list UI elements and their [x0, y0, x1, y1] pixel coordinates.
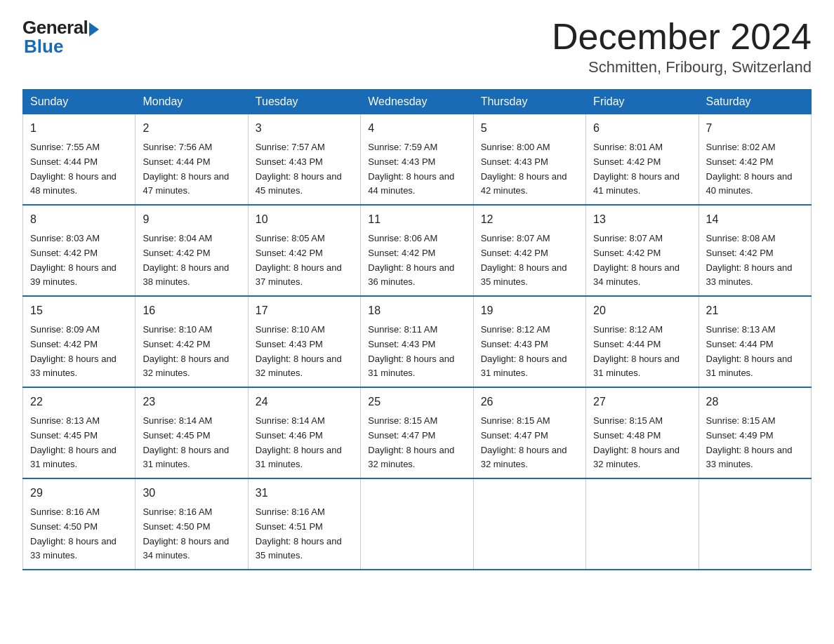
day-cell: 20Sunrise: 8:12 AMSunset: 4:44 PMDayligh… [586, 296, 699, 387]
logo: General Blue [22, 17, 99, 58]
day-number: 21 [706, 302, 804, 320]
title-block: December 2024 Schmitten, Fribourg, Switz… [552, 17, 812, 76]
day-info: Sunrise: 8:07 AMSunset: 4:42 PMDaylight:… [593, 232, 691, 290]
day-cell: 13Sunrise: 8:07 AMSunset: 4:42 PMDayligh… [586, 205, 699, 296]
day-info: Sunrise: 7:57 AMSunset: 4:43 PMDaylight:… [256, 140, 353, 199]
day-cell: 2Sunrise: 7:56 AMSunset: 4:44 PMDaylight… [135, 114, 248, 205]
calendar-table: SundayMondayTuesdayWednesdayThursdayFrid… [22, 89, 812, 570]
day-cell: 15Sunrise: 8:09 AMSunset: 4:42 PMDayligh… [23, 296, 135, 387]
day-cell: 11Sunrise: 8:06 AMSunset: 4:42 PMDayligh… [361, 205, 473, 296]
col-header-wednesday: Wednesday [361, 90, 473, 114]
day-number: 27 [593, 394, 691, 411]
day-info: Sunrise: 8:07 AMSunset: 4:42 PMDaylight:… [481, 232, 578, 290]
col-header-tuesday: Tuesday [248, 90, 360, 114]
col-header-friday: Friday [586, 90, 699, 114]
week-row-1: 1Sunrise: 7:55 AMSunset: 4:44 PMDaylight… [23, 114, 812, 205]
day-cell: 6Sunrise: 8:01 AMSunset: 4:42 PMDaylight… [586, 114, 699, 205]
day-number: 10 [256, 211, 353, 229]
day-number: 16 [143, 302, 240, 320]
week-row-3: 15Sunrise: 8:09 AMSunset: 4:42 PMDayligh… [23, 296, 812, 387]
day-info: Sunrise: 8:13 AMSunset: 4:44 PMDaylight:… [706, 323, 804, 381]
day-number: 26 [481, 394, 578, 411]
day-info: Sunrise: 8:16 AMSunset: 4:50 PMDaylight:… [30, 505, 128, 563]
day-number: 6 [593, 120, 691, 137]
day-info: Sunrise: 8:02 AMSunset: 4:42 PMDaylight:… [706, 140, 804, 199]
day-number: 5 [481, 120, 578, 137]
day-cell [699, 478, 811, 570]
day-number: 14 [706, 211, 804, 229]
day-cell: 19Sunrise: 8:12 AMSunset: 4:43 PMDayligh… [473, 296, 585, 387]
day-cell: 16Sunrise: 8:10 AMSunset: 4:42 PMDayligh… [135, 296, 248, 387]
day-number: 1 [30, 120, 128, 137]
day-cell: 29Sunrise: 8:16 AMSunset: 4:50 PMDayligh… [23, 478, 135, 570]
day-cell: 1Sunrise: 7:55 AMSunset: 4:44 PMDaylight… [23, 114, 135, 205]
day-number: 28 [706, 394, 804, 411]
day-number: 24 [256, 394, 353, 411]
day-cell: 22Sunrise: 8:13 AMSunset: 4:45 PMDayligh… [23, 387, 135, 478]
day-cell: 30Sunrise: 8:16 AMSunset: 4:50 PMDayligh… [135, 478, 248, 570]
day-number: 25 [368, 394, 465, 411]
day-info: Sunrise: 8:01 AMSunset: 4:42 PMDaylight:… [593, 140, 691, 199]
day-info: Sunrise: 8:16 AMSunset: 4:50 PMDaylight:… [143, 505, 240, 563]
day-info: Sunrise: 8:10 AMSunset: 4:42 PMDaylight:… [143, 323, 240, 381]
day-info: Sunrise: 8:08 AMSunset: 4:42 PMDaylight:… [706, 232, 804, 290]
day-number: 13 [593, 211, 691, 229]
day-info: Sunrise: 7:59 AMSunset: 4:43 PMDaylight:… [368, 140, 465, 199]
col-header-thursday: Thursday [473, 90, 585, 114]
day-info: Sunrise: 7:56 AMSunset: 4:44 PMDaylight:… [143, 140, 240, 199]
day-cell: 28Sunrise: 8:15 AMSunset: 4:49 PMDayligh… [699, 387, 811, 478]
day-info: Sunrise: 8:14 AMSunset: 4:46 PMDaylight:… [256, 414, 353, 472]
day-info: Sunrise: 8:15 AMSunset: 4:48 PMDaylight:… [593, 414, 691, 472]
day-number: 17 [256, 302, 353, 320]
day-number: 20 [593, 302, 691, 320]
day-number: 11 [368, 211, 465, 229]
day-cell: 26Sunrise: 8:15 AMSunset: 4:47 PMDayligh… [473, 387, 585, 478]
day-info: Sunrise: 8:15 AMSunset: 4:47 PMDaylight:… [368, 414, 465, 472]
day-cell: 8Sunrise: 8:03 AMSunset: 4:42 PMDaylight… [23, 205, 135, 296]
day-number: 31 [256, 485, 353, 502]
day-cell: 9Sunrise: 8:04 AMSunset: 4:42 PMDaylight… [135, 205, 248, 296]
month-title: December 2024 [552, 17, 812, 57]
week-row-2: 8Sunrise: 8:03 AMSunset: 4:42 PMDaylight… [23, 205, 812, 296]
day-info: Sunrise: 8:16 AMSunset: 4:51 PMDaylight:… [256, 505, 353, 563]
day-number: 3 [256, 120, 353, 137]
day-number: 30 [143, 485, 240, 502]
day-number: 7 [706, 120, 804, 137]
day-cell: 23Sunrise: 8:14 AMSunset: 4:45 PMDayligh… [135, 387, 248, 478]
day-cell: 12Sunrise: 8:07 AMSunset: 4:42 PMDayligh… [473, 205, 585, 296]
day-number: 23 [143, 394, 240, 411]
logo-blue-text: Blue [24, 36, 63, 58]
week-row-5: 29Sunrise: 8:16 AMSunset: 4:50 PMDayligh… [23, 478, 812, 570]
day-cell: 4Sunrise: 7:59 AMSunset: 4:43 PMDaylight… [361, 114, 473, 205]
page-header: General Blue December 2024 Schmitten, Fr… [22, 17, 812, 76]
day-number: 8 [30, 211, 128, 229]
day-info: Sunrise: 8:15 AMSunset: 4:47 PMDaylight:… [481, 414, 578, 472]
day-cell: 27Sunrise: 8:15 AMSunset: 4:48 PMDayligh… [586, 387, 699, 478]
header-row: SundayMondayTuesdayWednesdayThursdayFrid… [23, 90, 812, 114]
day-cell [586, 478, 699, 570]
day-cell: 14Sunrise: 8:08 AMSunset: 4:42 PMDayligh… [699, 205, 811, 296]
day-info: Sunrise: 7:55 AMSunset: 4:44 PMDaylight:… [30, 140, 128, 199]
day-cell: 10Sunrise: 8:05 AMSunset: 4:42 PMDayligh… [248, 205, 360, 296]
week-row-4: 22Sunrise: 8:13 AMSunset: 4:45 PMDayligh… [23, 387, 812, 478]
day-number: 9 [143, 211, 240, 229]
day-info: Sunrise: 8:14 AMSunset: 4:45 PMDaylight:… [143, 414, 240, 472]
day-info: Sunrise: 8:04 AMSunset: 4:42 PMDaylight:… [143, 232, 240, 290]
day-cell: 21Sunrise: 8:13 AMSunset: 4:44 PMDayligh… [699, 296, 811, 387]
day-number: 18 [368, 302, 465, 320]
day-info: Sunrise: 8:12 AMSunset: 4:43 PMDaylight:… [481, 323, 578, 381]
day-cell: 5Sunrise: 8:00 AMSunset: 4:43 PMDaylight… [473, 114, 585, 205]
day-number: 12 [481, 211, 578, 229]
location-subtitle: Schmitten, Fribourg, Switzerland [552, 58, 812, 76]
day-cell: 25Sunrise: 8:15 AMSunset: 4:47 PMDayligh… [361, 387, 473, 478]
day-number: 22 [30, 394, 128, 411]
day-number: 2 [143, 120, 240, 137]
day-cell [473, 478, 585, 570]
day-info: Sunrise: 8:06 AMSunset: 4:42 PMDaylight:… [368, 232, 465, 290]
day-info: Sunrise: 8:10 AMSunset: 4:43 PMDaylight:… [256, 323, 353, 381]
day-info: Sunrise: 8:15 AMSunset: 4:49 PMDaylight:… [706, 414, 804, 472]
day-info: Sunrise: 8:11 AMSunset: 4:43 PMDaylight:… [368, 323, 465, 381]
day-number: 19 [481, 302, 578, 320]
day-number: 15 [30, 302, 128, 320]
logo-arrow-icon [89, 22, 99, 36]
